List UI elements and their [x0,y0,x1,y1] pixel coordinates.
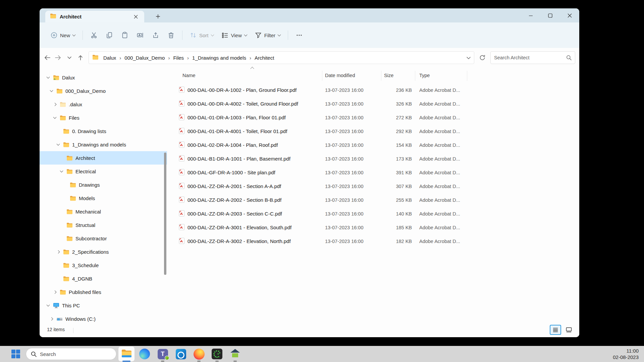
column-divider[interactable] [415,71,415,81]
chevron-right-icon[interactable] [53,103,56,106]
sidebar-item-electrical[interactable]: Electrical [40,165,167,178]
column-header-type[interactable]: Type [415,73,467,78]
taskbar-home-app[interactable] [227,347,243,361]
search-box[interactable] [490,51,575,64]
start-button[interactable] [9,347,22,361]
chevron-down-icon[interactable] [56,142,60,146]
breadcrumb-item[interactable]: Architect [253,54,276,62]
file-row[interactable]: 000-DAL-01-DR-A-1003 - Plan, Floor 01.pd… [179,111,467,124]
new-tab-button[interactable] [153,12,163,21]
sidebar-item-files[interactable]: Files [40,111,167,124]
view-button[interactable]: View [218,28,251,42]
chevron-right-icon[interactable] [53,290,56,294]
maximize-button[interactable] [540,8,560,22]
status-bar: 12 items [40,324,579,337]
refresh-button[interactable] [476,52,488,64]
chevron-right-icon[interactable] [56,250,60,253]
file-row[interactable]: 000-DAL-ZZ-DR-A-2001 - Section A-A.pdf13… [179,179,467,193]
sidebar-item-this-pc[interactable]: This PC [40,299,167,312]
chevron-down-icon[interactable] [53,116,56,119]
delete-button[interactable] [164,28,178,42]
close-button[interactable] [560,8,579,22]
sidebar-item-4-dgnb[interactable]: 4_DGNB [40,272,167,285]
file-date-modified: 13-07-2023 16:00 [322,115,381,120]
taskbar-search[interactable]: Search [26,348,116,360]
details-view-button[interactable] [550,325,561,335]
sort-button[interactable]: Sort [186,28,217,42]
sidebar-item-drawings[interactable]: Drawings [40,178,167,191]
file-row[interactable]: 000-DAL-GF-DR-A-1000 - Site plan.pdf13-0… [179,166,467,179]
taskbar-clock[interactable]: 11:00 02-08-2023 [613,348,639,360]
file-row[interactable]: 000-DAL-ZZ-DR-A-3001 - Elevation, South.… [179,221,467,234]
cut-button[interactable] [87,28,101,42]
sidebar-item-architect[interactable]: Architect [40,151,167,165]
chevron-down-icon[interactable] [46,303,50,307]
file-row[interactable]: 000-DAL-00-DR-A-4002 - Toilet, Ground Fl… [179,97,467,111]
chevron-right-icon[interactable] [50,317,53,320]
large-icons-view-button[interactable] [563,325,575,335]
breadcrumb-separator-icon[interactable]: › [118,55,122,61]
column-header-size[interactable]: Size [381,73,415,78]
file-row[interactable]: 000-DAL-01-DR-A-4001 - Toilet, Floor 01.… [179,124,467,138]
copy-button[interactable] [102,28,117,42]
sidebar-item-dalux[interactable]: .dalux [40,98,167,111]
breadcrumb-item[interactable]: Files [171,54,186,62]
breadcrumb-item[interactable]: 1_Drawings and models [190,54,248,62]
breadcrumb[interactable]: Dalux›000_Dalux_Demo›Files›1_Drawings an… [89,51,474,64]
minimize-button[interactable] [521,8,540,22]
breadcrumb-item[interactable]: 000_Dalux_Demo [122,54,167,62]
taskbar-teams[interactable]: T✓ [155,347,171,361]
column-header-date-modified[interactable]: Date modified [322,73,381,78]
explorer-tab-architect[interactable]: Architect [45,11,144,22]
sidebar-item-2-specifications[interactable]: 2_Specifications [40,245,167,258]
file-row[interactable]: 000-DAL-02-DR-A-1004 - Plan, Roof.pdf13-… [179,138,467,152]
breadcrumb-separator-icon[interactable]: › [186,55,190,61]
paste-button[interactable] [117,28,132,42]
recent-locations-button[interactable] [64,52,75,63]
column-divider[interactable] [381,71,381,81]
sidebar-item-000-dalux-demo[interactable]: 000_Dalux_Demo [40,84,167,98]
taskbar-file-explorer[interactable] [118,347,135,361]
file-row[interactable]: 000-DAL-B1-DR-A-1001 - Plan, Basement.pd… [179,152,467,166]
file-row[interactable]: 000-DAL-ZZ-DR-A-2002 - Section B-B.pdf13… [179,193,467,207]
file-row[interactable]: 000-DAL-00-DR-A-1002 - Plan, Ground Floo… [179,83,467,97]
chevron-down-icon[interactable] [46,75,50,79]
sidebar-item-structual[interactable]: Structual [40,218,167,232]
search-input[interactable] [494,55,566,60]
taskbar-firefox[interactable] [191,347,207,361]
more-options-button[interactable] [292,28,307,42]
sidebar-item-published-files[interactable]: Published files [40,285,167,299]
sidebar-item-0-drawing-lists[interactable]: 0. Drawing lists [40,124,167,138]
up-button[interactable] [75,52,86,63]
sidebar-item-label: 4_DGNB [72,276,92,282]
file-row[interactable]: 000-DAL-ZZ-DR-A-3002 - Elevation, North.… [179,234,467,248]
chevron-down-icon[interactable] [60,169,63,173]
address-dropdown-icon[interactable] [467,55,471,61]
breadcrumb-separator-icon[interactable]: › [167,55,171,61]
chevron-down-icon[interactable] [50,89,53,92]
sidebar-scrollbar[interactable] [164,153,166,275]
taskbar-outlook[interactable] [173,347,189,361]
sidebar-item-subcontractor[interactable]: Subcontractor [40,232,167,245]
column-divider[interactable] [322,71,322,81]
file-row[interactable]: 000-DAL-ZZ-DR-A-2003 - Section C-C.pdf13… [179,207,467,221]
column-divider[interactable] [467,71,467,81]
taskbar-dalux-app[interactable] [209,347,225,361]
forward-button[interactable] [53,52,64,63]
tab-close-icon[interactable] [131,12,140,21]
taskbar-edge[interactable] [137,347,153,361]
sidebar-item-models[interactable]: Models [40,191,167,205]
sidebar-item-mechanical[interactable]: Mechanical [40,205,167,218]
share-button[interactable] [148,28,163,42]
sidebar-item-windows-c[interactable]: Windows (C:) [40,312,167,324]
sidebar-item-dalux[interactable]: Dalux [40,71,167,84]
back-button[interactable] [42,52,53,63]
breadcrumb-separator-icon[interactable]: › [248,55,253,61]
filter-button[interactable]: Filter [251,28,284,42]
new-button[interactable]: New [47,28,79,42]
sidebar-item-3-schedule[interactable]: 3_Schedule [40,258,167,272]
sidebar-item-1-drawings-and-models[interactable]: 1_Drawings and models [40,138,167,151]
column-header-name[interactable]: Name [179,73,322,78]
breadcrumb-item[interactable]: Dalux [101,54,118,62]
rename-button[interactable] [133,28,148,42]
